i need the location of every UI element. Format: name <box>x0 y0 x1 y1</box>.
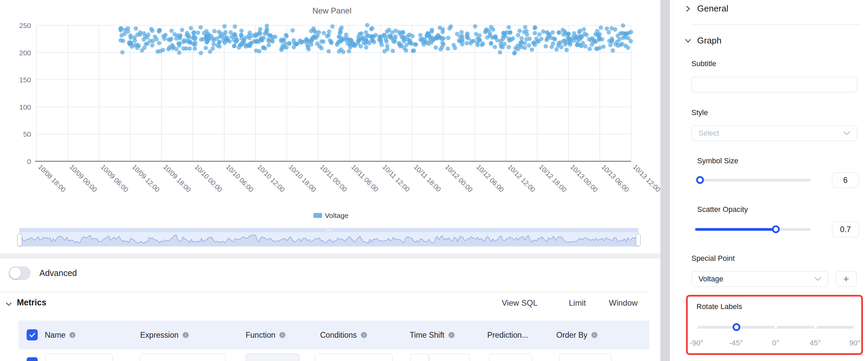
svg-text:10/09 06:00: 10/09 06:00 <box>99 163 130 193</box>
subtitle-input[interactable] <box>691 77 857 92</box>
metrics-header-row: Metrics View SQL Limit Window <box>0 296 649 312</box>
chevron-down-icon <box>843 131 851 136</box>
brush-grip-icon <box>327 229 331 231</box>
settings-sidebar: General Graph Subtitle Style Select Symb… <box>673 0 868 361</box>
brush-right-handle[interactable] <box>636 234 641 246</box>
style-placeholder: Select <box>699 129 719 138</box>
toggle-knob <box>10 268 21 279</box>
special-point-label: Special Point <box>691 254 735 263</box>
info-icon[interactable]: i <box>591 332 597 338</box>
scatter-opacity-slider-handle[interactable] <box>772 225 780 233</box>
limit-button[interactable]: Limit <box>569 298 586 308</box>
advanced-toggle[interactable] <box>8 266 31 280</box>
scatter-opacity-label: Scatter Opacity <box>697 205 748 214</box>
expression-input[interactable] <box>140 354 226 361</box>
column-header-order-by: Order Byi <box>556 321 597 350</box>
add-special-point-button[interactable]: + <box>836 271 857 287</box>
svg-text:10/13 12:00: 10/13 12:00 <box>631 163 661 193</box>
svg-text:10/12 00:00: 10/12 00:00 <box>444 163 474 193</box>
brush-move-handle[interactable] <box>19 228 639 232</box>
rotate-mark-dot[interactable] <box>735 326 738 329</box>
svg-text:Voltage: Voltage <box>325 212 348 219</box>
plus-icon: + <box>843 273 849 285</box>
rotate-mark-dot[interactable] <box>774 326 777 329</box>
rotate-labels-slider[interactable] <box>696 326 855 329</box>
y-axis-labels: 050100150200250 <box>19 22 31 165</box>
info-icon[interactable]: i <box>69 332 75 338</box>
graph-section-label: Graph <box>697 35 721 46</box>
column-header-name: Namei <box>45 321 75 350</box>
symbol-size-slider[interactable] <box>695 179 810 182</box>
vertical-scrollbar[interactable] <box>660 0 670 361</box>
info-icon[interactable]: i <box>448 332 455 338</box>
prediction-input[interactable] <box>489 354 532 361</box>
chevron-down-icon[interactable] <box>5 300 13 308</box>
svg-text:10/13 06:00: 10/13 06:00 <box>600 163 630 193</box>
brush-selected-area[interactable] <box>19 232 639 247</box>
rotate-mark-label: -45° <box>729 339 743 348</box>
scatter-opacity-value[interactable]: 0.7 <box>832 222 859 237</box>
svg-text:10/13 00:00: 10/13 00:00 <box>569 163 599 193</box>
symbol-size-value[interactable]: 6 <box>832 172 859 188</box>
section-general[interactable]: General <box>684 3 728 14</box>
legend[interactable]: Voltage <box>313 212 348 219</box>
check-icon <box>29 331 36 339</box>
column-header-expression: Expressioni <box>140 321 189 350</box>
chevron-down-icon <box>684 36 692 45</box>
row-checkbox[interactable] <box>27 357 38 361</box>
svg-text:10/10 18:00: 10/10 18:00 <box>287 163 317 193</box>
svg-text:10/09 12:00: 10/09 12:00 <box>131 163 161 193</box>
conditions-input[interactable] <box>315 354 393 361</box>
brush-preview-wave <box>20 232 638 246</box>
rotate-mark-dot[interactable] <box>695 326 698 329</box>
subtitle-label: Subtitle <box>691 59 716 68</box>
view-sql-button[interactable]: View SQL <box>502 298 537 308</box>
time-shift-unit-select[interactable] <box>429 354 470 361</box>
svg-text:250: 250 <box>19 22 31 29</box>
rotate-mark-dot[interactable] <box>814 326 817 329</box>
metrics-section-title[interactable]: Metrics <box>17 298 46 307</box>
section-graph[interactable]: Graph <box>684 35 721 46</box>
chart-title: New Panel <box>312 6 351 15</box>
rotate-mark-dot[interactable] <box>854 326 856 329</box>
special-point-select[interactable]: Voltage <box>691 271 828 287</box>
name-input[interactable] <box>45 354 113 361</box>
svg-text:10/11 00:00: 10/11 00:00 <box>318 163 348 193</box>
symbol-size-label: Symbol Size <box>697 157 738 165</box>
symbol-size-slider-handle[interactable] <box>696 176 704 184</box>
horizontal-scrollbar[interactable] <box>0 253 661 258</box>
time-shift-value-input[interactable] <box>410 354 429 361</box>
x-axis-labels: 10/08 18:0010/09 00:0010/09 06:0010/09 1… <box>37 163 661 193</box>
info-icon[interactable]: i <box>279 332 285 338</box>
window-button[interactable]: Window <box>609 298 638 308</box>
svg-text:10/12 18:00: 10/12 18:00 <box>537 163 568 193</box>
chevron-right-icon <box>684 4 692 13</box>
general-section-label: General <box>697 3 728 14</box>
svg-text:10/10 00:00: 10/10 00:00 <box>193 163 224 193</box>
brush-left-handle[interactable] <box>17 234 22 246</box>
panel-preview-area: New Panel05010015020025010/08 18:0010/09… <box>0 0 661 361</box>
order-by-input[interactable] <box>559 354 612 361</box>
svg-text:0: 0 <box>27 158 31 165</box>
scatter-opacity-slider[interactable] <box>695 228 810 231</box>
rotate-mark-label: 45° <box>810 339 821 348</box>
column-header-conditions: Conditionsi <box>320 321 367 350</box>
rotate-labels-marks: -90°-45°0°45°90° <box>696 339 855 349</box>
svg-text:10/11 06:00: 10/11 06:00 <box>350 163 380 193</box>
rotate-labels-label: Rotate Labels <box>696 302 742 311</box>
sidebar-divider <box>692 24 860 25</box>
column-header-prediction: Prediction... <box>487 321 528 350</box>
scatter-chart[interactable]: New Panel05010015020025010/08 18:0010/09… <box>0 0 661 226</box>
special-point-value: Voltage <box>699 275 723 283</box>
info-icon[interactable]: i <box>361 332 367 338</box>
select-all-checkbox[interactable] <box>27 329 38 340</box>
style-select[interactable]: Select <box>691 126 857 141</box>
column-header-function: Functioni <box>246 321 285 350</box>
column-header-time-shift: Time Shifti <box>410 321 455 350</box>
info-icon[interactable]: i <box>183 332 189 338</box>
rotate-mark-label: 0° <box>772 339 779 348</box>
svg-text:200: 200 <box>19 49 31 57</box>
svg-text:100: 100 <box>19 103 31 111</box>
function-select[interactable] <box>246 354 300 361</box>
datazoom-brush[interactable] <box>19 228 639 247</box>
